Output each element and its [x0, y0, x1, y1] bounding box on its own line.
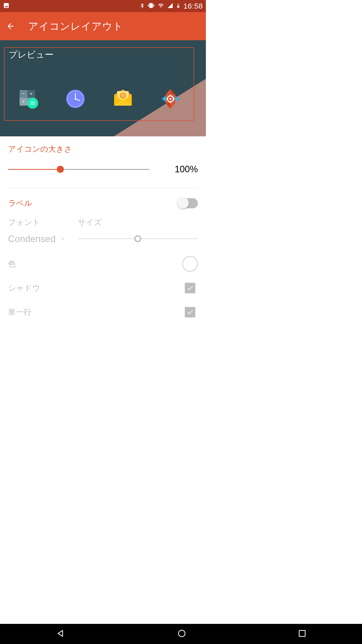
- email-icon[interactable]: @: [111, 87, 135, 111]
- vibrate-icon: [148, 2, 155, 10]
- clock-icon[interactable]: [64, 87, 87, 111]
- labels-toggle[interactable]: [178, 198, 198, 208]
- preview-area: プレビュー − × +: [0, 40, 206, 136]
- svg-text:+: +: [22, 99, 25, 104]
- singleline-row[interactable]: 単一行: [8, 300, 198, 324]
- color-row[interactable]: 色: [8, 252, 198, 276]
- svg-point-8: [27, 98, 38, 109]
- divider: [8, 188, 198, 188]
- svg-rect-24: [166, 98, 168, 99]
- svg-rect-9: [30, 102, 35, 102]
- font-size-slider[interactable]: [78, 234, 198, 244]
- svg-point-21: [169, 98, 171, 100]
- svg-rect-22: [170, 95, 171, 96]
- preview-label: プレビュー: [9, 49, 54, 61]
- icon-size-title: アイコンの大きさ: [8, 144, 198, 154]
- singleline-label: 単一行: [8, 307, 31, 317]
- labels-title: ラベル: [8, 198, 32, 209]
- icon-size-slider[interactable]: [8, 164, 149, 174]
- icon-size-value: 100%: [175, 164, 198, 175]
- svg-point-16: [75, 98, 76, 100]
- svg-rect-10: [30, 104, 35, 104]
- color-label: 色: [8, 259, 16, 269]
- svg-text:−: −: [22, 91, 25, 96]
- singleline-checkbox[interactable]: [185, 307, 195, 317]
- svg-text:@: @: [121, 94, 125, 98]
- shadow-row[interactable]: シャドウ: [8, 276, 198, 300]
- wifi-icon: [157, 3, 165, 10]
- page-title: アイコンレイアウト: [28, 19, 123, 33]
- back-button[interactable]: [5, 21, 16, 32]
- font-label: フォント: [8, 217, 66, 228]
- status-bar: 57 16:58: [0, 0, 206, 12]
- svg-rect-25: [173, 98, 175, 99]
- nova-settings-icon[interactable]: [159, 87, 182, 111]
- app-bar: アイコンレイアウト: [0, 12, 206, 40]
- status-time: 16:58: [183, 2, 203, 10]
- svg-rect-23: [170, 101, 171, 103]
- font-value: Condensed: [8, 234, 56, 244]
- shadow-checkbox[interactable]: [185, 283, 195, 293]
- battery-icon: 57: [176, 2, 181, 10]
- shadow-label: シャドウ: [8, 283, 40, 293]
- signal-icon: [167, 3, 173, 10]
- font-select[interactable]: Condensed: [8, 234, 66, 244]
- bluetooth-icon: [140, 2, 145, 10]
- battery-percent: 57: [176, 4, 179, 7]
- color-swatch[interactable]: [182, 256, 198, 272]
- image-icon: [3, 2, 10, 10]
- calculator-icon[interactable]: − × +: [16, 87, 40, 111]
- chevron-down-icon: [60, 236, 66, 242]
- size-label: サイズ: [78, 217, 198, 228]
- svg-text:×: ×: [30, 91, 32, 96]
